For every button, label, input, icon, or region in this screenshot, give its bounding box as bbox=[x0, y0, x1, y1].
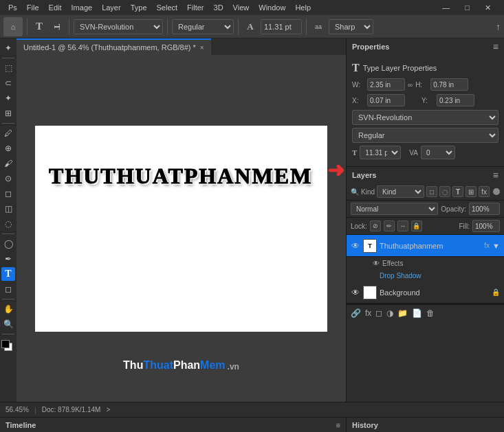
menu-type[interactable]: Type bbox=[126, 2, 152, 13]
clone-tool[interactable]: ⊙ bbox=[1, 172, 15, 185]
layer-item-background[interactable]: 👁 Background 🔒 bbox=[347, 282, 504, 304]
menu-3d[interactable]: 3D bbox=[209, 2, 228, 13]
blur-tool[interactable]: ◌ bbox=[1, 217, 15, 231]
lock-all-btn[interactable]: 🔒 bbox=[411, 220, 422, 231]
menu-edit[interactable]: Edit bbox=[44, 2, 67, 13]
canvas-container: THUTHUATPHANMEM ➜ bbox=[35, 126, 327, 332]
gradient-tool[interactable]: ◫ bbox=[1, 202, 15, 216]
properties-va-select[interactable]: 0 bbox=[421, 146, 455, 159]
menu-window[interactable]: Window bbox=[254, 2, 290, 13]
timeline-bar[interactable]: Timeline ≡ bbox=[0, 417, 346, 432]
hand-tool[interactable]: ✋ bbox=[1, 302, 15, 316]
zoom-tool[interactable]: 🔍 bbox=[1, 317, 15, 331]
pen-tool[interactable]: ✒ bbox=[1, 252, 15, 266]
layer-expand-icon[interactable]: ▼ bbox=[492, 242, 500, 250]
y-input[interactable] bbox=[437, 94, 474, 106]
lasso-tool[interactable]: ⊂ bbox=[1, 76, 15, 90]
color-swatches[interactable] bbox=[1, 340, 15, 354]
upload-icon[interactable]: ↑ bbox=[496, 21, 501, 32]
fill-input[interactable] bbox=[472, 220, 500, 232]
menu-file[interactable]: File bbox=[22, 2, 44, 13]
properties-style-select[interactable]: Regular bbox=[352, 128, 498, 143]
shape-tool[interactable]: ◻ bbox=[1, 282, 15, 296]
menu-filter[interactable]: Filter bbox=[182, 2, 208, 13]
properties-size-select[interactable]: 11.31 pt bbox=[360, 146, 401, 159]
canvas-content[interactable]: THUTHUATPHANMEM ➜ Thu Thuat Phan Mem .vn bbox=[17, 55, 346, 402]
minimize-button[interactable]: — bbox=[437, 2, 454, 14]
eyedropper-tool[interactable]: 🖊 bbox=[1, 126, 15, 140]
lock-transparent-btn[interactable]: ⊘ bbox=[370, 220, 381, 231]
brush-tool[interactable]: 🖌 bbox=[1, 157, 15, 170]
layer-mask-btn[interactable]: ◻ bbox=[375, 308, 382, 318]
link-layers-btn[interactable]: 🔗 bbox=[351, 308, 361, 318]
drop-shadow-label[interactable]: Drop Shadow bbox=[380, 272, 421, 280]
blend-row: Normal Opacity: bbox=[347, 201, 504, 218]
left-toolbox: ✦ ⬚ ⊂ ✦ ⊞ 🖊 ⊕ 🖌 ⊙ ◻ ◫ ◌ ◯ ✒ T ◻ ✋ 🔍 bbox=[0, 38, 17, 402]
prop-row-wh: W: ∞ H: bbox=[352, 78, 498, 91]
marquee-tool[interactable]: ⬚ bbox=[1, 61, 15, 75]
filter-adjust-btn[interactable]: ◌ bbox=[439, 186, 450, 197]
canvas-text: THUTHUATPHANMEM bbox=[49, 163, 312, 189]
type-tool-icon[interactable]: T bbox=[32, 19, 47, 34]
menu-view[interactable]: View bbox=[228, 2, 254, 13]
filter-pixel-btn[interactable]: □ bbox=[426, 186, 437, 197]
crop-tool[interactable]: ⊞ bbox=[1, 106, 15, 120]
timeline-menu-icon[interactable]: ≡ bbox=[336, 421, 340, 429]
close-button[interactable]: ✕ bbox=[480, 2, 496, 14]
layer-vis-text[interactable]: 👁 bbox=[351, 241, 360, 251]
home-button[interactable]: ⌂ bbox=[3, 17, 23, 36]
menu-help[interactable]: Help bbox=[290, 2, 316, 13]
maximize-button[interactable]: □ bbox=[460, 2, 474, 14]
layer-item-text[interactable]: 👁 T Thuthuatphanmem fx ▼ bbox=[347, 235, 504, 257]
properties-header[interactable]: Properties ≡ bbox=[347, 38, 504, 55]
layers-menu-icon[interactable]: ≡ bbox=[493, 170, 498, 181]
w-input[interactable] bbox=[367, 78, 405, 91]
h-label: H: bbox=[415, 81, 428, 89]
tool-separator bbox=[2, 58, 14, 58]
filter-type-btn[interactable]: T bbox=[452, 186, 463, 197]
type-tool[interactable]: T bbox=[1, 267, 15, 281]
kind-select[interactable]: Kind bbox=[377, 185, 424, 198]
delete-layer-btn[interactable]: 🗑 bbox=[426, 308, 435, 318]
font-style-select[interactable]: Regular bbox=[172, 19, 234, 34]
tab-close-button[interactable]: × bbox=[200, 44, 204, 52]
folder-btn[interactable]: 📁 bbox=[397, 308, 408, 318]
layers-header[interactable]: Layers ≡ bbox=[347, 167, 504, 183]
move-tool[interactable]: ✦ bbox=[1, 41, 15, 55]
watermark-thuat: Thuat bbox=[143, 359, 173, 372]
properties-menu-icon[interactable]: ≡ bbox=[493, 41, 498, 52]
dodge-tool[interactable]: ◯ bbox=[1, 237, 15, 251]
font-size-input[interactable] bbox=[261, 19, 302, 34]
eye-icon-effects[interactable]: 👁 bbox=[373, 260, 380, 267]
spot-heal-tool[interactable]: ⊕ bbox=[1, 141, 15, 155]
menu-ps[interactable]: Ps bbox=[3, 2, 22, 13]
menu-layer[interactable]: Layer bbox=[97, 2, 126, 13]
filter-shape-btn[interactable]: ⊞ bbox=[465, 186, 476, 197]
lock-image-btn[interactable]: ✏ bbox=[384, 220, 395, 231]
rotate-type-icon[interactable]: T bbox=[50, 19, 65, 34]
eraser-tool[interactable]: ◻ bbox=[1, 187, 15, 201]
adjustment-layer-btn[interactable]: ◑ bbox=[386, 308, 393, 318]
opacity-input[interactable] bbox=[469, 203, 500, 215]
font-family-select[interactable]: SVN-Revolution bbox=[74, 19, 163, 34]
tool-separator5 bbox=[2, 334, 14, 334]
new-layer-btn[interactable]: 📄 bbox=[412, 308, 422, 318]
home-icon: ⌂ bbox=[11, 23, 16, 31]
blend-mode-select[interactable]: Normal bbox=[351, 203, 438, 215]
menu-select[interactable]: Select bbox=[152, 2, 183, 13]
canvas-tab-active[interactable]: Untitled-1 @ 56.4% (Thuthuatphanmem, RGB… bbox=[17, 38, 211, 55]
properties-font-select[interactable]: SVN-Revolution bbox=[352, 110, 498, 125]
history-bar[interactable]: History bbox=[346, 417, 504, 432]
va-icon: VA bbox=[409, 149, 418, 157]
quick-select-tool[interactable]: ✦ bbox=[1, 91, 15, 105]
menu-image[interactable]: Image bbox=[67, 2, 98, 13]
x-input[interactable] bbox=[367, 94, 405, 106]
h-input[interactable] bbox=[430, 78, 468, 91]
lock-position-btn[interactable]: ↔ bbox=[397, 220, 408, 231]
layer-effects-btn[interactable]: fx bbox=[365, 308, 371, 318]
opacity-label: Opacity: bbox=[441, 205, 466, 213]
anti-alias-select[interactable]: Sharp bbox=[329, 19, 373, 34]
layer-vis-background[interactable]: 👁 bbox=[351, 288, 360, 297]
status-arrow[interactable]: > bbox=[106, 406, 110, 413]
filter-smart-btn[interactable]: fx bbox=[479, 186, 490, 197]
